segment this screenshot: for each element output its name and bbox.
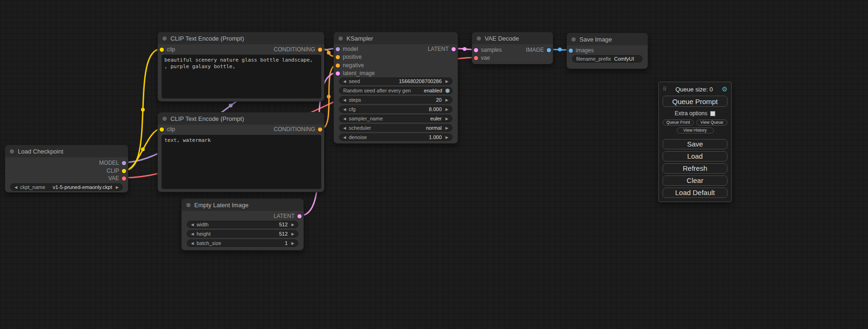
node-title-bar[interactable]: Load Checkpoint (5, 145, 128, 157)
increment-arrow-icon[interactable]: ▶ (444, 107, 450, 112)
increment-arrow-icon[interactable]: ▶ (290, 241, 296, 245)
output-port-model: MODEL (99, 160, 126, 166)
port-dot-image[interactable] (547, 48, 551, 52)
node-title-bar[interactable]: CLIP Text Encode (Prompt) (158, 32, 324, 44)
port-label: CLIP (106, 168, 119, 174)
random-seed-widget[interactable]: Random seed after every gen enabled (339, 87, 452, 94)
scheduler-widget[interactable]: ◀ scheduler normal ▶ (339, 124, 452, 132)
decrement-arrow-icon[interactable]: ◀ (190, 241, 195, 245)
node-clip-text-encode-negative[interactable]: CLIP Text Encode (Prompt) clip CONDITION… (157, 112, 325, 192)
port-label: positive (343, 54, 362, 60)
increment-arrow-icon[interactable]: ▶ (444, 79, 450, 84)
node-title-bar[interactable]: CLIP Text Encode (Prompt) (158, 112, 324, 125)
port-dot-conditioning[interactable] (318, 127, 322, 132)
increment-arrow-icon[interactable]: ▶ (290, 223, 296, 227)
port-dot-clip[interactable] (160, 48, 164, 52)
decrement-arrow-icon[interactable]: ◀ (342, 126, 347, 130)
decrement-arrow-icon[interactable]: ◀ (342, 79, 347, 84)
negative-prompt-textarea[interactable]: text, watermark (162, 135, 321, 189)
node-load-checkpoint[interactable]: Load Checkpoint MODEL CLIP VAE ◀ ckpt_na… (5, 145, 128, 193)
port-dot-latent[interactable] (297, 214, 302, 218)
collapse-dot-icon[interactable] (162, 117, 167, 121)
increment-arrow-icon[interactable]: ▶ (114, 185, 120, 189)
port-dot-latent[interactable] (452, 47, 456, 51)
link-midpoint-dot (327, 95, 331, 98)
port-dot-clip[interactable] (160, 127, 164, 132)
increment-arrow-icon[interactable]: ▶ (444, 126, 450, 130)
history-row: View History (663, 127, 727, 133)
load-button[interactable]: Load (663, 151, 727, 161)
node-title: CLIP Text Encode (Prompt) (170, 115, 244, 122)
decrement-arrow-icon[interactable]: ◀ (190, 232, 195, 236)
decrement-arrow-icon[interactable]: ◀ (342, 135, 347, 140)
decrement-arrow-icon[interactable]: ◀ (342, 98, 347, 102)
queue-front-button[interactable]: Queue Front (663, 119, 694, 126)
node-empty-latent-image[interactable]: Empty Latent Image LATENT ◀ width 512 ▶ … (181, 198, 304, 251)
widget-value: 1.000 (429, 134, 442, 140)
node-vae-decode[interactable]: VAE Decode samples vae IMAGE (472, 32, 553, 64)
collapse-dot-icon[interactable] (10, 149, 14, 154)
collapse-dot-icon[interactable] (572, 37, 576, 42)
port-dot-image[interactable] (569, 49, 573, 53)
steps-widget[interactable]: ◀ steps 20 ▶ (339, 96, 452, 104)
decrement-arrow-icon[interactable]: ◀ (342, 107, 347, 112)
batch-size-widget[interactable]: ◀ batch_size 1 ▶ (187, 239, 298, 247)
port-dot-vae[interactable] (474, 56, 478, 60)
collapse-dot-icon[interactable] (162, 36, 167, 41)
node-clip-text-encode-positive[interactable]: CLIP Text Encode (Prompt) clip CONDITION… (157, 32, 325, 102)
port-dot-vae[interactable] (122, 176, 126, 181)
sampler-name-widget[interactable]: ◀ sampler_name euler ▶ (339, 115, 452, 122)
port-dot-conditioning[interactable] (336, 55, 340, 59)
load-default-button[interactable]: Load Default (663, 188, 727, 198)
height-widget[interactable]: ◀ height 512 ▶ (187, 230, 298, 238)
canvas-grid[interactable]: { "colors": { "model": "#b39ddb", "clip"… (0, 0, 868, 329)
queue-controls-row: Queue Front View Queue (663, 119, 727, 126)
refresh-button[interactable]: Refresh (663, 163, 727, 174)
node-title-bar[interactable]: Save Image (567, 33, 648, 45)
view-queue-button[interactable]: View Queue (696, 119, 727, 126)
extra-options-checkbox[interactable] (710, 111, 715, 116)
collapse-dot-icon[interactable] (186, 203, 191, 207)
view-history-button[interactable]: View History (677, 127, 714, 133)
port-dot-model[interactable] (336, 47, 340, 51)
queue-prompt-button[interactable]: Queue Prompt (663, 96, 727, 107)
output-port-latent: LATENT (428, 46, 456, 52)
drag-handle-icon[interactable]: ⠿ (663, 86, 667, 92)
port-dot-conditioning[interactable] (336, 63, 340, 68)
queue-size-label: Queue size: 0 (667, 86, 722, 93)
port-dot-conditioning[interactable] (318, 48, 322, 52)
increment-arrow-icon[interactable]: ▶ (444, 98, 450, 102)
node-title-bar[interactable]: VAE Decode (472, 32, 553, 44)
increment-arrow-icon[interactable]: ▶ (444, 117, 450, 121)
cfg-widget[interactable]: ◀ cfg 8.000 ▶ (339, 105, 452, 113)
decrement-arrow-icon[interactable]: ◀ (190, 223, 195, 227)
filename-prefix-widget[interactable]: filename_prefix ComfyUI (572, 55, 642, 63)
port-dot-model[interactable] (122, 161, 126, 165)
seed-widget[interactable]: ◀ seed 156680208700286 ▶ (339, 77, 452, 85)
port-dot-clip[interactable] (122, 169, 126, 173)
node-title: Save Image (579, 36, 612, 43)
save-button[interactable]: Save (663, 139, 727, 149)
widget-label: denoise (349, 134, 367, 140)
increment-arrow-icon[interactable]: ▶ (290, 232, 296, 236)
decrement-arrow-icon[interactable]: ◀ (342, 117, 347, 121)
node-title-bar[interactable]: Empty Latent Image (182, 199, 303, 211)
decrement-arrow-icon[interactable]: ◀ (13, 185, 19, 189)
denoise-widget[interactable]: ◀ denoise 1.000 ▶ (339, 133, 452, 141)
port-dot-latent[interactable] (336, 71, 340, 76)
collapse-dot-icon[interactable] (339, 36, 343, 41)
node-save-image[interactable]: Save Image images filename_prefix ComfyU… (566, 33, 648, 69)
positive-prompt-textarea[interactable]: beautiful scenery nature glass bottle la… (162, 55, 321, 98)
width-widget[interactable]: ◀ width 512 ▶ (187, 221, 298, 228)
node-ksampler[interactable]: KSampler model positive negative latent_… (333, 32, 458, 144)
clear-button[interactable]: Clear (663, 175, 727, 186)
input-port-model: model (336, 46, 358, 52)
port-dot-latent[interactable] (474, 48, 478, 52)
increment-arrow-icon[interactable]: ▶ (444, 135, 450, 140)
settings-gear-icon[interactable]: ⚙ (721, 85, 727, 93)
node-title-bar[interactable]: KSampler (334, 32, 458, 44)
toggle-dot-icon[interactable] (445, 89, 450, 93)
link-midpoint-dot (463, 47, 466, 51)
collapse-dot-icon[interactable] (477, 36, 481, 41)
ckpt-name-widget[interactable]: ◀ ckpt_name v1-5-pruned-emaonly.ckpt ▶ (10, 183, 123, 191)
